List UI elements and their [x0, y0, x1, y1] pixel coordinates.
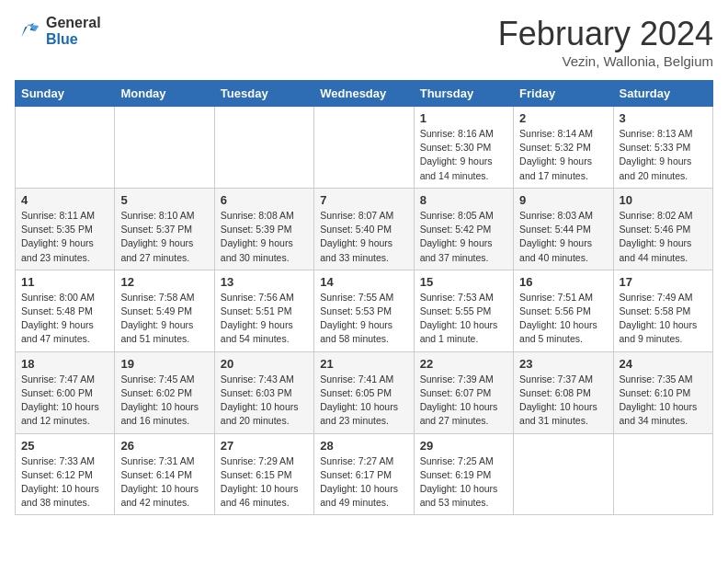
calendar-header-row: SundayMondayTuesdayWednesdayThursdayFrid… [16, 81, 713, 107]
day-number: 2 [519, 111, 607, 125]
day-info: Sunrise: 7:51 AM Sunset: 5:56 PM Dayligh… [519, 291, 607, 347]
day-cell [514, 433, 613, 515]
day-info: Sunrise: 7:55 AM Sunset: 5:53 PM Dayligh… [320, 291, 407, 347]
day-cell: 21Sunrise: 7:41 AM Sunset: 6:05 PM Dayli… [314, 351, 414, 433]
day-info: Sunrise: 8:14 AM Sunset: 5:32 PM Dayligh… [519, 127, 607, 183]
day-number: 22 [420, 357, 507, 371]
day-info: Sunrise: 8:08 AM Sunset: 5:39 PM Dayligh… [221, 209, 308, 265]
day-info: Sunrise: 7:33 AM Sunset: 6:12 PM Dayligh… [21, 454, 108, 511]
day-cell: 1Sunrise: 8:16 AM Sunset: 5:30 PM Daylig… [414, 107, 513, 189]
day-number: 23 [519, 357, 607, 371]
day-number: 18 [21, 357, 108, 371]
day-cell: 22Sunrise: 7:39 AM Sunset: 6:07 PM Dayli… [414, 351, 513, 433]
day-cell: 25Sunrise: 7:33 AM Sunset: 6:12 PM Dayli… [16, 433, 115, 515]
day-cell: 26Sunrise: 7:31 AM Sunset: 6:14 PM Dayli… [115, 433, 214, 515]
day-info: Sunrise: 7:43 AM Sunset: 6:03 PM Dayligh… [221, 373, 308, 429]
day-number: 17 [620, 275, 707, 289]
logo-icon [15, 17, 42, 45]
header-tuesday: Tuesday [214, 81, 313, 107]
day-cell [613, 433, 712, 515]
day-number: 24 [620, 357, 707, 371]
day-info: Sunrise: 7:47 AM Sunset: 6:00 PM Dayligh… [21, 373, 108, 429]
day-info: Sunrise: 7:53 AM Sunset: 5:55 PM Dayligh… [420, 291, 507, 347]
day-number: 5 [120, 193, 208, 207]
day-number: 1 [420, 111, 507, 125]
day-info: Sunrise: 7:35 AM Sunset: 6:10 PM Dayligh… [620, 373, 707, 429]
day-info: Sunrise: 7:49 AM Sunset: 5:58 PM Dayligh… [620, 291, 707, 347]
day-info: Sunrise: 8:03 AM Sunset: 5:44 PM Dayligh… [519, 209, 607, 265]
header-sunday: Sunday [16, 81, 115, 107]
day-info: Sunrise: 7:58 AM Sunset: 5:49 PM Dayligh… [120, 291, 208, 347]
day-number: 13 [221, 275, 308, 289]
day-cell [16, 107, 115, 189]
day-number: 14 [320, 275, 407, 289]
page-header: General Blue February 2024 Vezin, Wallon… [15, 15, 713, 69]
day-number: 27 [221, 439, 308, 453]
location-subtitle: Vezin, Wallonia, Belgium [498, 53, 713, 69]
day-number: 20 [221, 357, 308, 371]
day-cell: 16Sunrise: 7:51 AM Sunset: 5:56 PM Dayli… [514, 270, 613, 351]
day-info: Sunrise: 8:05 AM Sunset: 5:42 PM Dayligh… [420, 209, 507, 265]
day-info: Sunrise: 8:02 AM Sunset: 5:46 PM Dayligh… [620, 209, 707, 265]
calendar-table: SundayMondayTuesdayWednesdayThursdayFrid… [15, 80, 713, 515]
day-number: 4 [21, 193, 108, 207]
logo: General Blue [15, 15, 101, 48]
day-number: 28 [320, 439, 407, 453]
day-cell: 6Sunrise: 8:08 AM Sunset: 5:39 PM Daylig… [214, 188, 313, 270]
day-number: 26 [120, 439, 208, 453]
day-cell: 18Sunrise: 7:47 AM Sunset: 6:00 PM Dayli… [16, 351, 115, 433]
week-row-1: 1Sunrise: 8:16 AM Sunset: 5:30 PM Daylig… [16, 107, 713, 189]
logo-text: General Blue [46, 15, 101, 48]
day-cell: 11Sunrise: 8:00 AM Sunset: 5:48 PM Dayli… [16, 270, 115, 351]
day-cell [314, 107, 414, 189]
day-number: 6 [221, 193, 308, 207]
day-cell: 7Sunrise: 8:07 AM Sunset: 5:40 PM Daylig… [314, 188, 414, 270]
title-area: February 2024 Vezin, Wallonia, Belgium [498, 15, 713, 69]
header-saturday: Saturday [613, 81, 712, 107]
day-number: 9 [519, 193, 607, 207]
day-number: 16 [519, 275, 607, 289]
day-info: Sunrise: 7:31 AM Sunset: 6:14 PM Dayligh… [120, 454, 208, 511]
day-cell: 20Sunrise: 7:43 AM Sunset: 6:03 PM Dayli… [214, 351, 313, 433]
day-cell: 2Sunrise: 8:14 AM Sunset: 5:32 PM Daylig… [514, 107, 613, 189]
day-cell [115, 107, 214, 189]
header-wednesday: Wednesday [314, 81, 414, 107]
day-number: 29 [420, 439, 507, 453]
day-number: 25 [21, 439, 108, 453]
day-info: Sunrise: 8:00 AM Sunset: 5:48 PM Dayligh… [21, 291, 108, 347]
day-number: 3 [620, 111, 707, 125]
day-cell: 10Sunrise: 8:02 AM Sunset: 5:46 PM Dayli… [613, 188, 712, 270]
day-info: Sunrise: 7:45 AM Sunset: 6:02 PM Dayligh… [120, 373, 208, 429]
day-cell: 24Sunrise: 7:35 AM Sunset: 6:10 PM Dayli… [613, 351, 712, 433]
day-cell: 3Sunrise: 8:13 AM Sunset: 5:33 PM Daylig… [613, 107, 712, 189]
week-row-5: 25Sunrise: 7:33 AM Sunset: 6:12 PM Dayli… [16, 433, 713, 515]
day-cell: 8Sunrise: 8:05 AM Sunset: 5:42 PM Daylig… [414, 188, 513, 270]
day-cell [214, 107, 313, 189]
day-info: Sunrise: 7:39 AM Sunset: 6:07 PM Dayligh… [420, 373, 507, 429]
day-number: 10 [620, 193, 707, 207]
day-cell: 19Sunrise: 7:45 AM Sunset: 6:02 PM Dayli… [115, 351, 214, 433]
week-row-3: 11Sunrise: 8:00 AM Sunset: 5:48 PM Dayli… [16, 270, 713, 351]
day-cell: 14Sunrise: 7:55 AM Sunset: 5:53 PM Dayli… [314, 270, 414, 351]
day-cell: 13Sunrise: 7:56 AM Sunset: 5:51 PM Dayli… [214, 270, 313, 351]
day-info: Sunrise: 7:56 AM Sunset: 5:51 PM Dayligh… [221, 291, 308, 347]
day-cell: 23Sunrise: 7:37 AM Sunset: 6:08 PM Dayli… [514, 351, 613, 433]
day-number: 12 [120, 275, 208, 289]
day-info: Sunrise: 8:10 AM Sunset: 5:37 PM Dayligh… [120, 209, 208, 265]
day-info: Sunrise: 7:25 AM Sunset: 6:19 PM Dayligh… [420, 454, 507, 511]
day-cell: 12Sunrise: 7:58 AM Sunset: 5:49 PM Dayli… [115, 270, 214, 351]
day-info: Sunrise: 7:29 AM Sunset: 6:15 PM Dayligh… [221, 454, 308, 511]
day-cell: 17Sunrise: 7:49 AM Sunset: 5:58 PM Dayli… [613, 270, 712, 351]
day-cell: 15Sunrise: 7:53 AM Sunset: 5:55 PM Dayli… [414, 270, 513, 351]
day-number: 21 [320, 357, 407, 371]
header-friday: Friday [514, 81, 613, 107]
day-info: Sunrise: 8:07 AM Sunset: 5:40 PM Dayligh… [320, 209, 407, 265]
header-monday: Monday [115, 81, 214, 107]
day-cell: 5Sunrise: 8:10 AM Sunset: 5:37 PM Daylig… [115, 188, 214, 270]
header-thursday: Thursday [414, 81, 513, 107]
day-cell: 27Sunrise: 7:29 AM Sunset: 6:15 PM Dayli… [214, 433, 313, 515]
day-number: 7 [320, 193, 407, 207]
day-number: 11 [21, 275, 108, 289]
day-number: 15 [420, 275, 507, 289]
day-number: 19 [120, 357, 208, 371]
